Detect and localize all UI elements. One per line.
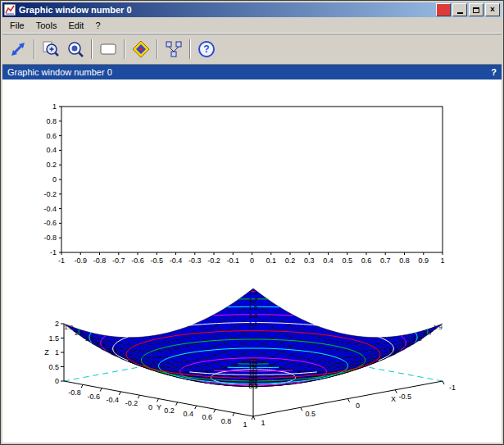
help-icon: ?	[197, 39, 216, 59]
svg-text:1.1: 1.1	[248, 320, 258, 328]
title-bar[interactable]: Graphic window number 0 ×	[2, 2, 502, 17]
titlebar-red-button[interactable]	[436, 3, 451, 16]
menu-file[interactable]: File	[4, 19, 30, 32]
svg-text:1.5: 1.5	[248, 304, 258, 311]
svg-text:1.5: 1.5	[48, 334, 59, 343]
svg-text:X: X	[391, 395, 396, 403]
svg-text:-1: -1	[58, 257, 65, 265]
svg-text:1.1: 1.1	[389, 347, 399, 354]
svg-text:-0.8: -0.8	[68, 388, 81, 397]
svg-text:-0.2: -0.2	[125, 399, 138, 407]
annotation-button[interactable]	[96, 37, 120, 61]
toolbar-separator	[157, 39, 158, 59]
svg-text:0.4: 0.4	[183, 410, 193, 418]
redraw-button[interactable]	[6, 37, 30, 61]
svg-text:0: 0	[250, 257, 254, 265]
menu-bar: File Tools Edit ?	[2, 17, 502, 34]
svg-text:-0.6: -0.6	[87, 393, 100, 401]
svg-text:?: ?	[203, 43, 209, 55]
window-title: Graphic window number 0	[19, 5, 434, 15]
svg-text:0.1: 0.1	[266, 257, 276, 265]
toolbar-separator	[34, 39, 35, 59]
close-button[interactable]: ×	[485, 3, 500, 16]
svg-text:1.9: 1.9	[248, 357, 258, 365]
svg-text:-0.2: -0.2	[207, 257, 220, 265]
svg-text:-0.6: -0.6	[131, 257, 144, 265]
info-bar: Graphic window number 0 ?	[2, 65, 502, 79]
svg-text:0: 0	[148, 403, 152, 411]
minimize-icon	[457, 12, 463, 14]
zoom-in-icon	[41, 39, 61, 59]
window-icon	[4, 4, 16, 16]
svg-text:1.7: 1.7	[423, 329, 433, 337]
infobar-title: Graphic window number 0	[7, 67, 112, 77]
menu-help[interactable]: ?	[89, 19, 106, 32]
svg-text:1.3: 1.3	[402, 341, 411, 348]
plots-svg: -1-0.9-0.8-0.7-0.6-0.5-0.4-0.3-0.2-0.100…	[2, 79, 502, 443]
svg-text:0.6: 0.6	[361, 257, 372, 265]
svg-text:-0.5: -0.5	[150, 257, 163, 265]
maximize-button[interactable]	[469, 3, 484, 16]
rotate-3d-button[interactable]	[129, 37, 153, 61]
svg-text:-1: -1	[449, 384, 456, 392]
svg-text:-0.8: -0.8	[43, 234, 57, 242]
svg-text:-0.4: -0.4	[170, 257, 183, 265]
svg-text:-0.5: -0.5	[398, 393, 411, 401]
help-button[interactable]: ?	[194, 37, 219, 61]
svg-text:1.7: 1.7	[248, 297, 258, 304]
graphic-window: Graphic window number 0 × File Tools Edi…	[0, 0, 504, 445]
svg-text:Z: Z	[44, 348, 49, 356]
svg-text:0.5: 0.5	[48, 363, 59, 371]
svg-text:1.5: 1.5	[84, 335, 94, 343]
svg-text:-0.6: -0.6	[43, 219, 57, 227]
svg-text:0.6: 0.6	[46, 132, 57, 140]
annotation-icon	[98, 39, 118, 59]
toolbar-separator	[124, 39, 125, 59]
svg-text:-0.1: -0.1	[226, 257, 239, 265]
redraw-icon	[8, 39, 28, 59]
svg-text:0.5: 0.5	[342, 257, 352, 265]
svg-text:-0.2: -0.2	[43, 190, 57, 198]
svg-text:1.3: 1.3	[248, 312, 258, 320]
svg-text:0.4: 0.4	[46, 146, 57, 154]
graphics-canvas[interactable]: -1-0.9-0.8-0.7-0.6-0.5-0.4-0.3-0.2-0.100…	[2, 79, 502, 443]
menu-tools[interactable]: Tools	[30, 19, 63, 32]
svg-text:0.2: 0.2	[285, 257, 296, 265]
svg-text:0: 0	[356, 402, 360, 410]
svg-text:2: 2	[55, 320, 59, 328]
svg-text:-0.4: -0.4	[43, 205, 57, 213]
svg-text:0: 0	[52, 175, 57, 184]
menu-edit[interactable]: Edit	[62, 19, 89, 32]
svg-text:0.8: 0.8	[399, 257, 410, 265]
svg-text:1.5: 1.5	[412, 335, 422, 343]
svg-text:1: 1	[261, 419, 265, 427]
toolbar-separator	[189, 39, 191, 59]
zoom-in-button[interactable]	[39, 37, 63, 61]
window-controls: ×	[434, 3, 500, 16]
maximize-icon	[473, 7, 479, 13]
infobar-help[interactable]: ?	[491, 67, 497, 77]
minimize-button[interactable]	[452, 3, 467, 16]
svg-text:0.2: 0.2	[46, 161, 57, 169]
toolbar-separator	[91, 39, 93, 59]
svg-text:0.4: 0.4	[323, 257, 334, 265]
svg-text:1.9: 1.9	[64, 324, 74, 331]
toolbar: ?	[2, 34, 502, 65]
svg-text:-0.7: -0.7	[112, 257, 125, 265]
svg-text:1: 1	[440, 257, 444, 265]
svg-text:0.2: 0.2	[164, 406, 175, 415]
svg-text:1: 1	[52, 102, 57, 111]
svg-text:-0.4: -0.4	[107, 396, 120, 404]
svg-text:1.7: 1.7	[74, 329, 84, 337]
ged-button[interactable]	[161, 37, 186, 61]
zoom-out-button[interactable]	[63, 37, 88, 61]
zoom-out-icon	[66, 39, 85, 59]
svg-text:0.3: 0.3	[304, 257, 315, 265]
svg-text:1: 1	[243, 420, 247, 429]
svg-text:0.8: 0.8	[46, 117, 57, 125]
svg-text:-1: -1	[50, 248, 57, 257]
svg-text:-0.3: -0.3	[188, 257, 202, 265]
svg-text:0.9: 0.9	[418, 257, 429, 265]
ged-icon	[164, 39, 184, 59]
svg-text:1: 1	[55, 348, 59, 356]
